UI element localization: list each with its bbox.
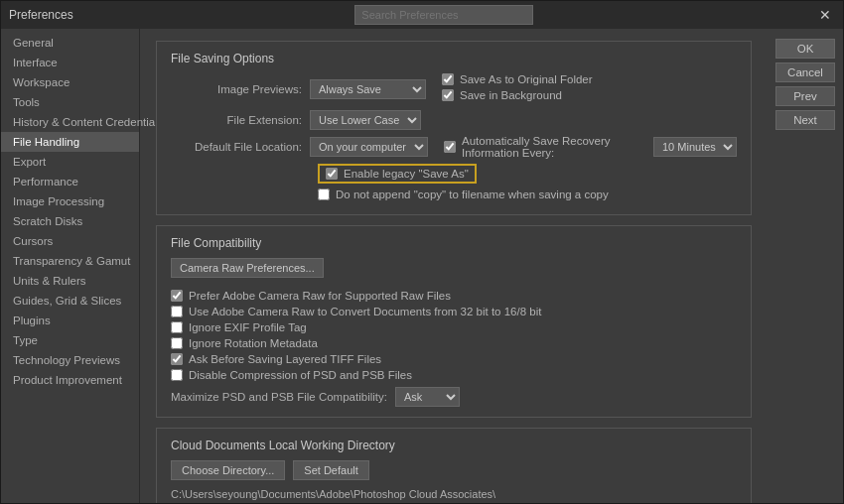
sidebar-item-image-processing[interactable]: Image Processing: [1, 191, 139, 211]
sidebar-item-product-improvement[interactable]: Product Improvement: [1, 370, 139, 390]
sidebar-item-performance[interactable]: Performance: [1, 172, 139, 191]
use-camera-raw-convert-label: Use Adobe Camera Raw to Convert Document…: [189, 306, 541, 317]
save-background-checkbox[interactable]: [442, 89, 454, 101]
no-append-row: Do not append "copy" to filename when sa…: [318, 189, 737, 200]
prefer-camera-raw-checkbox[interactable]: [171, 290, 183, 302]
file-compat-title: File Compatibility: [171, 236, 737, 250]
ask-before-saving-tiff-label: Ask Before Saving Layered TIFF Files: [189, 353, 381, 365]
auto-save-minutes-select[interactable]: 5 Minutes 10 Minutes 15 Minutes 30 Minut…: [653, 137, 737, 157]
sidebar: GeneralInterfaceWorkspaceToolsHistory & …: [1, 29, 140, 503]
sidebar-item-export[interactable]: Export: [1, 152, 139, 172]
cloud-buttons: Choose Directory... Set Default: [171, 460, 737, 480]
image-previews-label: Image Previews:: [171, 83, 310, 95]
no-append-copy-label: Do not append "copy" to filename when sa…: [336, 189, 609, 200]
cloud-path: C:\Users\seyoung\Documents\Adobe\Photosh…: [171, 488, 737, 500]
prev-button[interactable]: Prev: [775, 86, 835, 106]
dialog-title: Preferences: [9, 8, 73, 22]
auto-save-checkbox[interactable]: [444, 141, 456, 153]
cloud-section: Cloud Documents Local Working Directory …: [156, 428, 752, 503]
sidebar-item-plugins[interactable]: Plugins: [1, 311, 139, 330]
sidebar-item-history---content-credentials[interactable]: History & Content Credentials: [1, 112, 139, 132]
ok-button[interactable]: OK: [775, 39, 835, 59]
next-button[interactable]: Next: [775, 110, 835, 130]
prefer-camera-raw-row: Prefer Adobe Camera Raw for Supported Ra…: [171, 290, 737, 302]
sidebar-item-scratch-disks[interactable]: Scratch Disks: [1, 211, 139, 231]
main-content: File Saving Options Image Previews: Alwa…: [140, 29, 768, 503]
search-input[interactable]: [354, 5, 533, 25]
no-append-copy-row: Do not append "copy" to filename when sa…: [318, 189, 737, 200]
file-saving-title: File Saving Options: [171, 52, 737, 65]
default-location-label: Default File Location:: [171, 141, 310, 153]
ignore-exif-label: Ignore EXIF Profile Tag: [189, 321, 307, 333]
maximize-label: Maximize PSD and PSB File Compatibility:: [171, 391, 387, 403]
file-extension-row: File Extension: Use Lower Case Use Upper…: [171, 110, 737, 130]
sidebar-item-transparency---gamut[interactable]: Transparency & Gamut: [1, 251, 139, 271]
sidebar-item-general[interactable]: General: [1, 33, 139, 53]
sidebar-item-tools[interactable]: Tools: [1, 92, 139, 112]
ask-before-saving-tiff-row: Ask Before Saving Layered TIFF Files: [171, 353, 737, 365]
save-as-original-row: Save As to Original Folder: [442, 73, 593, 85]
sidebar-item-technology-previews[interactable]: Technology Previews: [1, 350, 139, 370]
cloud-title: Cloud Documents Local Working Directory: [171, 439, 737, 452]
sidebar-item-interface[interactable]: Interface: [1, 53, 139, 72]
title-bar: Preferences ✕: [1, 1, 843, 29]
ignore-rotation-label: Ignore Rotation Metadata: [189, 337, 318, 349]
enable-legacy-highlighted: Enable legacy "Save As": [318, 164, 477, 184]
sidebar-item-cursors[interactable]: Cursors: [1, 231, 139, 251]
disable-compression-label: Disable Compression of PSD and PSB Files: [189, 369, 412, 381]
sidebar-item-workspace[interactable]: Workspace: [1, 72, 139, 92]
maximize-row: Maximize PSD and PSB File Compatibility:…: [171, 387, 737, 407]
default-location-select[interactable]: On your computer Creative Cloud: [310, 137, 428, 157]
compat-checks: Prefer Adobe Camera Raw for Supported Ra…: [171, 290, 737, 381]
no-append-copy-checkbox[interactable]: [318, 189, 330, 200]
sidebar-item-guides--grid---slices[interactable]: Guides, Grid & Slices: [1, 291, 139, 311]
image-previews-row: Image Previews: Always Save Never Save A…: [171, 73, 737, 105]
ignore-exif-checkbox[interactable]: [171, 321, 183, 333]
sidebar-item-type[interactable]: Type: [1, 330, 139, 350]
sidebar-item-file-handling[interactable]: File Handling: [1, 132, 139, 152]
side-buttons: OK Cancel Prev Next: [768, 29, 843, 503]
disable-compression-checkbox[interactable]: [171, 369, 183, 381]
enable-legacy-label: Enable legacy "Save As": [344, 168, 469, 180]
choose-directory-button[interactable]: Choose Directory...: [171, 460, 285, 480]
sidebar-item-units---rulers[interactable]: Units & Rulers: [1, 271, 139, 291]
save-background-row: Save in Background: [442, 89, 593, 101]
use-camera-raw-convert-checkbox[interactable]: [171, 306, 183, 317]
ignore-rotation-checkbox[interactable]: [171, 337, 183, 349]
cancel-button[interactable]: Cancel: [775, 63, 835, 82]
use-camera-raw-convert-row: Use Adobe Camera Raw to Convert Document…: [171, 306, 737, 317]
camera-raw-preferences-button[interactable]: Camera Raw Preferences...: [171, 258, 324, 278]
enable-legacy-checkbox[interactable]: [326, 168, 338, 180]
dialog-body: GeneralInterfaceWorkspaceToolsHistory & …: [1, 29, 843, 503]
disable-compression-row: Disable Compression of PSD and PSB Files: [171, 369, 737, 381]
set-default-button[interactable]: Set Default: [293, 460, 368, 480]
prefer-camera-raw-label: Prefer Adobe Camera Raw for Supported Ra…: [189, 290, 451, 302]
file-compat-section: File Compatibility Camera Raw Preference…: [156, 225, 752, 418]
maximize-select[interactable]: Never Always Ask: [395, 387, 460, 407]
preferences-dialog: Preferences ✕ GeneralInterfaceWorkspaceT…: [0, 0, 844, 504]
image-previews-select[interactable]: Always Save Never Save Ask When Saving: [310, 79, 426, 99]
save-background-label: Save in Background: [460, 89, 562, 101]
file-extension-label: File Extension:: [171, 114, 310, 126]
save-as-original-label: Save As to Original Folder: [460, 73, 593, 85]
enable-legacy-container: Enable legacy "Save As": [318, 164, 737, 184]
ignore-exif-row: Ignore EXIF Profile Tag: [171, 321, 737, 333]
save-as-original-checkbox[interactable]: [442, 73, 454, 85]
auto-save-label: Automatically Save Recovery Information …: [462, 135, 637, 159]
default-location-row: Default File Location: On your computer …: [171, 135, 737, 159]
close-button[interactable]: ✕: [815, 7, 835, 23]
ask-before-saving-tiff-checkbox[interactable]: [171, 353, 183, 365]
file-saving-section: File Saving Options Image Previews: Alwa…: [156, 41, 752, 215]
file-extension-select[interactable]: Use Lower Case Use Upper Case: [310, 110, 421, 130]
ignore-rotation-row: Ignore Rotation Metadata: [171, 337, 737, 349]
